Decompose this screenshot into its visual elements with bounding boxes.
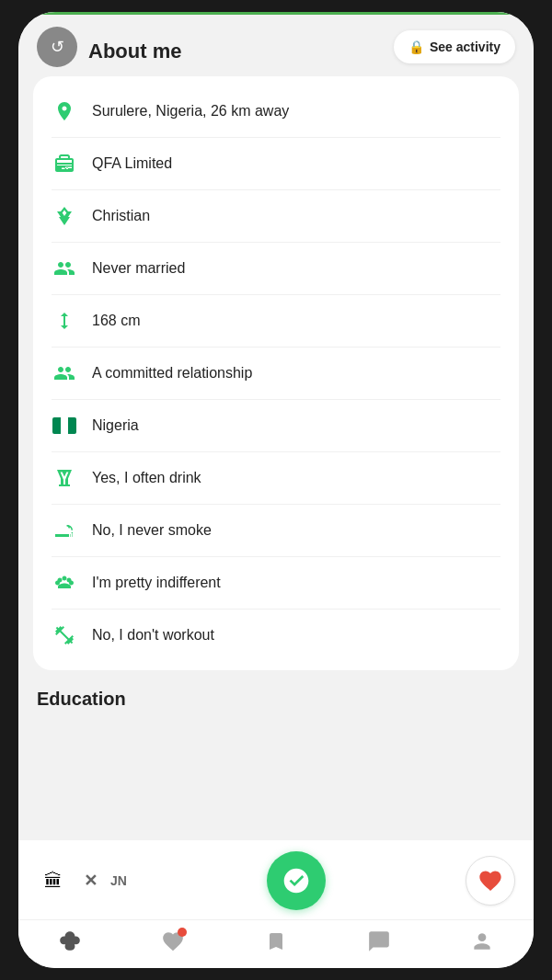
- see-activity-button[interactable]: 🔒 See activity: [394, 30, 515, 63]
- education-section: Education: [33, 689, 519, 710]
- main-action-button[interactable]: [267, 851, 326, 910]
- flag-icon: [52, 413, 77, 439]
- profile-icon: [470, 929, 494, 953]
- drink-row: Yes, I often drink: [52, 452, 500, 505]
- marital-row: Never married: [52, 243, 500, 295]
- dislike-button[interactable]: ✕: [74, 864, 107, 897]
- butterfly-icon: [58, 929, 82, 953]
- lock-icon: 🔒: [408, 40, 424, 54]
- location-text: Surulere, Nigeria, 26 km away: [92, 103, 289, 120]
- smoke-row: No, I never smoke: [52, 505, 500, 557]
- workout-text: No, I don't workout: [92, 627, 214, 644]
- work-row: QFA Limited: [52, 138, 500, 190]
- action-bar: 🏛 ✕ JN: [18, 840, 534, 919]
- phone-frame: ↺ About me 🔒 See activity Surulere, Nige…: [18, 12, 534, 968]
- bookmark-icon: [264, 929, 288, 953]
- nav-discover[interactable]: [58, 929, 82, 953]
- page-title: About me: [88, 40, 181, 63]
- pets-row: I'm pretty indifferent: [52, 557, 500, 610]
- work-icon: [52, 151, 77, 177]
- bottom-nav: [18, 919, 534, 968]
- nav-profile[interactable]: [470, 929, 494, 953]
- pets-icon: [52, 570, 77, 596]
- height-icon: [52, 308, 77, 334]
- about-me-card: Surulere, Nigeria, 26 km away QFA Limite…: [33, 76, 519, 670]
- marital-text: Never married: [92, 260, 185, 277]
- scroll-area: Surulere, Nigeria, 26 km away QFA Limite…: [18, 76, 534, 840]
- progress-bar: [18, 12, 534, 15]
- nigeria-flag: [52, 417, 76, 434]
- drink-icon: [52, 465, 77, 491]
- relationship-text: A committed relationship: [92, 365, 252, 382]
- nationality-text: Nigeria: [92, 417, 139, 434]
- xjn-group: 🏛 ✕ JN: [37, 864, 127, 897]
- location-icon: [52, 98, 77, 124]
- refresh-icon: ↺: [51, 37, 64, 57]
- religion-text: Christian: [92, 208, 150, 224]
- smoke-icon: [52, 518, 77, 543]
- like-button[interactable]: [466, 856, 515, 906]
- heart-icon: [161, 929, 185, 953]
- religion-icon: [52, 203, 77, 229]
- nationality-row: Nigeria: [52, 400, 500, 452]
- refresh-button[interactable]: ↺: [37, 27, 77, 67]
- nav-likes[interactable]: [161, 929, 185, 953]
- height-text: 168 cm: [92, 313, 140, 329]
- education-title: Education: [37, 689, 515, 710]
- nav-saved[interactable]: [264, 929, 288, 953]
- work-text: QFA Limited: [92, 155, 172, 172]
- relationship-icon: [52, 360, 77, 386]
- pets-text: I'm pretty indifferent: [92, 575, 221, 591]
- religion-row: Christian: [52, 190, 500, 243]
- museum-icon: 🏛: [37, 864, 70, 897]
- marital-icon: [52, 256, 77, 281]
- smoke-text: No, I never smoke: [92, 522, 212, 539]
- height-row: 168 cm: [52, 295, 500, 348]
- relationship-row: A committed relationship: [52, 348, 500, 400]
- drink-text: Yes, I often drink: [92, 470, 201, 486]
- jn-label: JN: [110, 873, 127, 888]
- workout-icon: [52, 622, 77, 648]
- top-bar: ↺ About me 🔒 See activity: [18, 12, 534, 76]
- workout-row: No, I don't workout: [52, 610, 500, 661]
- see-activity-label: See activity: [430, 40, 500, 54]
- location-row: Surulere, Nigeria, 26 km away: [52, 85, 500, 138]
- notification-dot: [178, 928, 187, 937]
- chat-icon: [367, 929, 391, 953]
- nav-messages[interactable]: [367, 929, 391, 953]
